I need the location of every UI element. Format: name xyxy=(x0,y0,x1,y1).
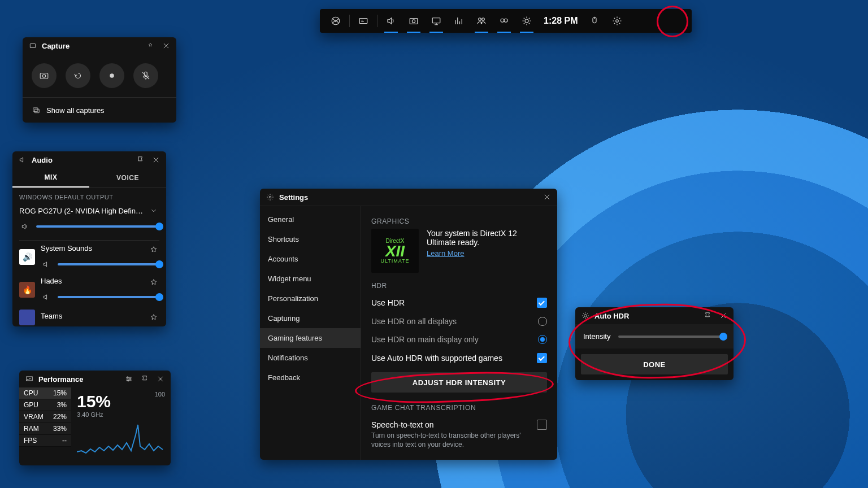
system-sounds-icon: 🔊 xyxy=(19,249,35,265)
svg-point-11 xyxy=(616,20,619,23)
learn-more-link[interactable]: Learn More xyxy=(427,249,540,258)
perf-fps-row[interactable]: FPS-- xyxy=(19,435,71,447)
nav-personalization[interactable]: Personalization xyxy=(260,289,361,308)
perf-big-value: 15% xyxy=(77,392,165,411)
nav-accounts[interactable]: Accounts xyxy=(260,249,361,269)
app-volume-slider[interactable] xyxy=(58,263,159,265)
auto-hdr-label: Use Auto HDR with supported games xyxy=(371,354,502,363)
looking-for-group-icon[interactable] xyxy=(493,9,515,33)
svg-point-15 xyxy=(110,73,114,78)
close-icon[interactable] xyxy=(150,154,162,165)
nav-capturing[interactable]: Capturing xyxy=(260,308,361,328)
svg-rect-4 xyxy=(432,18,440,23)
graphics-heading: GRAPHICS xyxy=(371,217,547,225)
nav-gaming-features[interactable]: Gaming features xyxy=(260,328,361,348)
svg-point-9 xyxy=(525,19,528,23)
pin-icon[interactable] xyxy=(702,310,713,321)
master-volume-slider[interactable] xyxy=(36,225,159,228)
perf-gpu-row[interactable]: GPU3% xyxy=(19,399,71,411)
app-volume-slider[interactable] xyxy=(58,296,159,298)
perf-cpu-row[interactable]: CPU15% xyxy=(19,387,71,399)
close-icon[interactable] xyxy=(718,310,729,321)
nav-shortcuts[interactable]: Shortcuts xyxy=(260,229,361,249)
output-section-label: WINDOWS DEFAULT OUTPUT xyxy=(19,194,159,201)
volume-icon[interactable] xyxy=(41,259,52,270)
all-displays-radio[interactable] xyxy=(538,317,547,326)
close-icon[interactable] xyxy=(155,373,166,385)
show-all-captures-label: Show all captures xyxy=(46,106,105,115)
svg-rect-2 xyxy=(410,19,418,24)
performance-header-icon xyxy=(24,373,35,385)
svg-rect-12 xyxy=(30,44,35,48)
stt-checkbox[interactable] xyxy=(537,420,547,430)
record-last-button[interactable] xyxy=(66,63,90,88)
svg-point-24 xyxy=(584,315,587,317)
options-icon[interactable] xyxy=(123,373,134,385)
hades-icon: 🔥 xyxy=(19,282,35,298)
star-icon[interactable] xyxy=(148,277,159,288)
record-button[interactable] xyxy=(99,63,124,88)
svg-rect-18 xyxy=(34,109,39,112)
nav-widget-menu[interactable]: Widget menu xyxy=(260,269,361,289)
pin-icon[interactable] xyxy=(139,373,150,385)
show-all-captures[interactable]: Show all captures xyxy=(23,97,176,123)
performance-icon[interactable] xyxy=(448,9,470,33)
clock: 1:28 PM xyxy=(538,16,583,26)
svg-rect-13 xyxy=(40,73,48,79)
svg-point-5 xyxy=(479,18,481,21)
mouse-icon[interactable] xyxy=(583,9,606,33)
auto-hdr-checkbox[interactable] xyxy=(537,353,547,363)
tab-mix[interactable]: MIX xyxy=(12,168,89,188)
stt-description: Turn on speech-to-text to transcribe oth… xyxy=(371,431,541,449)
star-icon[interactable] xyxy=(148,244,159,255)
svg-point-7 xyxy=(501,19,504,22)
pin-icon[interactable] xyxy=(145,40,156,51)
app-name: Hades xyxy=(41,277,62,288)
brightness-icon xyxy=(580,310,591,321)
done-button[interactable]: DONE xyxy=(581,354,728,374)
nav-notifications[interactable]: Notifications xyxy=(260,348,361,368)
svg-point-23 xyxy=(269,196,271,198)
display-icon[interactable] xyxy=(425,9,448,33)
settings-main: GRAPHICS DirectX XII ULTIMATE Your syste… xyxy=(361,206,557,460)
nav-feedback[interactable]: Feedback xyxy=(260,368,361,387)
star-icon[interactable] xyxy=(148,312,159,323)
audio-widget: Audio MIX VOICE WINDOWS DEFAULT OUTPUT R… xyxy=(12,151,166,326)
perf-ram-row[interactable]: RAM33% xyxy=(19,423,71,435)
app-name: Teams xyxy=(41,312,62,323)
perf-metric-list: CPU15% GPU3% VRAM22% RAM33% FPS-- xyxy=(19,387,71,465)
screenshot-button[interactable] xyxy=(32,63,57,88)
pin-icon[interactable] xyxy=(134,154,146,165)
auto-hdr-widget: Auto HDR Intensity DONE xyxy=(575,307,734,380)
audio-icon[interactable] xyxy=(380,9,402,33)
adjust-hdr-intensity-button[interactable]: ADJUST HDR INTENSITY xyxy=(371,372,547,393)
widgets-icon[interactable] xyxy=(352,9,375,33)
settings-icon[interactable] xyxy=(606,9,628,33)
auto-hdr-title: Auto HDR xyxy=(594,312,629,320)
separator xyxy=(377,15,377,27)
separator xyxy=(349,15,350,27)
intensity-slider[interactable] xyxy=(618,336,726,338)
volume-icon[interactable] xyxy=(41,291,52,303)
capture-icon[interactable] xyxy=(402,9,425,33)
capture-title: Capture xyxy=(42,42,70,50)
svg-rect-1 xyxy=(359,19,367,24)
all-displays-label: Use HDR on all displays xyxy=(371,317,457,326)
svg-rect-17 xyxy=(33,108,38,111)
svg-point-14 xyxy=(42,75,45,77)
nav-general[interactable]: General xyxy=(260,210,361,229)
brightness-icon[interactable] xyxy=(515,9,538,33)
audio-header-icon xyxy=(17,154,28,165)
settings-dialog: Settings General Shortcuts Accounts Widg… xyxy=(260,189,557,460)
main-only-radio[interactable] xyxy=(538,335,547,344)
perf-vram-row[interactable]: VRAM22% xyxy=(19,411,71,423)
mic-off-button[interactable] xyxy=(133,63,158,88)
chevron-down-icon[interactable] xyxy=(148,205,159,216)
social-icon[interactable] xyxy=(470,9,493,33)
close-icon[interactable] xyxy=(541,191,553,203)
xbox-icon[interactable] xyxy=(324,9,347,33)
close-icon[interactable] xyxy=(160,40,172,51)
volume-icon[interactable] xyxy=(19,221,31,232)
use-hdr-checkbox[interactable] xyxy=(537,298,547,308)
tab-voice[interactable]: VOICE xyxy=(89,168,166,188)
